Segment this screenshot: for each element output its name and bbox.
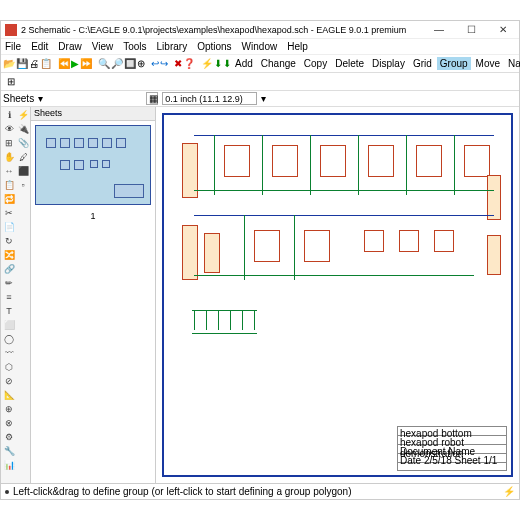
value-tool-icon[interactable]: 📊 (2, 458, 16, 472)
close-button[interactable]: ✕ (491, 24, 515, 35)
menu-view[interactable]: View (92, 41, 114, 52)
mark-tool-icon[interactable]: 🖊 (16, 150, 30, 164)
status-dot-icon (5, 490, 9, 494)
title-block: hexapod bottom hexapod robot demonstrati… (397, 426, 507, 471)
menu-draw[interactable]: Draw (58, 41, 81, 52)
help-icon[interactable]: ❓ (183, 56, 195, 71)
dimension-tool-icon[interactable]: 📐 (2, 388, 16, 402)
board-icon[interactable]: 📋 (40, 56, 52, 71)
polygon-tool-icon[interactable]: ⬡ (2, 360, 16, 374)
cmd-grid[interactable]: Grid (410, 57, 435, 70)
save-icon[interactable]: 💾 (16, 56, 28, 71)
menu-help[interactable]: Help (287, 41, 308, 52)
forward-icon[interactable]: ⏩ (80, 56, 92, 71)
main-toolbar: 📂 💾 🖨 📋 ⏪ ▶ ⏩ 🔍 🔎 🔲 ⊕ ↩ ↪ ✖ ❓ ⚡ ⬇ ⬇ Add … (1, 55, 519, 73)
cmd-move[interactable]: Move (473, 57, 503, 70)
back-icon[interactable]: ⏪ (58, 56, 70, 71)
titleblock-date: Date 2/5/18 Sheet 1/1 (398, 454, 506, 463)
change-tool-icon[interactable]: 🔀 (2, 248, 16, 262)
menu-tools[interactable]: Tools (123, 41, 146, 52)
open-icon[interactable]: 📂 (3, 56, 15, 71)
bus-tool-icon[interactable]: ≡ (2, 290, 16, 304)
mirror-tool-icon[interactable]: ↔ (2, 164, 16, 178)
zoom-fit-icon[interactable]: 🔲 (124, 56, 136, 71)
cmd-change[interactable]: Change (258, 57, 299, 70)
grid-icon[interactable]: ⊞ (3, 74, 18, 89)
paste-tool-icon[interactable]: 📄 (2, 220, 16, 234)
play-icon[interactable]: ▶ (71, 56, 79, 71)
titleblock-desc: hexapod robot demonstration (398, 436, 506, 445)
titleblock-docname: Document Name (398, 445, 506, 454)
grid-dropdown-icon[interactable]: ▾ (261, 93, 266, 104)
menu-edit[interactable]: Edit (31, 41, 48, 52)
cmd-copy[interactable]: Copy (301, 57, 330, 70)
add-tool-icon[interactable]: ⊕ (2, 402, 16, 416)
print-icon[interactable]: 🖨 (29, 56, 39, 71)
name-tool-icon[interactable]: 🔧 (2, 444, 16, 458)
zoom-in-icon[interactable]: 🔍 (98, 56, 110, 71)
wire-tool-icon[interactable]: ✏ (2, 276, 16, 290)
zoom-out-icon[interactable]: 🔎 (111, 56, 123, 71)
context-toolbar: Sheets ▾ ▦ ▾ (1, 91, 519, 107)
copy-tool-icon[interactable]: 📋 (2, 178, 16, 192)
maximize-button[interactable]: ☐ (459, 24, 483, 35)
info-tool-icon[interactable]: ℹ (2, 108, 16, 122)
schematic-canvas[interactable]: hexapod bottom hexapod robot demonstrati… (156, 107, 519, 483)
rotate-tool-icon[interactable]: 🔁 (2, 192, 16, 206)
status-bar: Left-click&drag to define group (or left… (1, 483, 519, 499)
grid-toggle-icon[interactable]: ▦ (146, 92, 158, 105)
display-tool-icon[interactable]: ⊞ (2, 136, 16, 150)
secondary-toolbar: ⊞ (1, 73, 519, 91)
cut-tool-icon[interactable]: ✂ (2, 206, 16, 220)
menu-file[interactable]: File (5, 41, 21, 52)
erc-icon[interactable]: ⚡ (201, 56, 213, 71)
app-icon (5, 24, 17, 36)
move-tool-icon[interactable]: ✋ (2, 150, 16, 164)
sheets-header: Sheets (31, 107, 155, 121)
group-tool-icon[interactable]: ↻ (2, 234, 16, 248)
down2-icon[interactable]: ⬇ (223, 56, 231, 71)
show-tool-icon[interactable]: 👁 (2, 122, 16, 136)
window-title: 2 Schematic - C:\EAGLE 9.0.1\projects\ex… (21, 25, 427, 35)
net-tool-icon[interactable]: 🔗 (2, 262, 16, 276)
smash-tool-icon[interactable]: ⚡ (16, 108, 30, 122)
status-indicator-icon: ⚡ (503, 486, 515, 497)
menu-library[interactable]: Library (157, 41, 188, 52)
sheet-number: 1 (31, 211, 155, 221)
sheets-panel: Sheets 1 (31, 107, 156, 483)
sheets-toggle[interactable]: Sheets (3, 93, 34, 104)
coord-input[interactable] (162, 92, 257, 105)
tool-palette: ℹ 👁 ⊞ ✋ ↔ 📋 🔁 ✂ 📄 ↻ 🔀 🔗 ✏ ≡ T ⬜ ◯ 〰 ⬡ ⊘ … (1, 107, 31, 483)
circle-tool-icon[interactable]: ◯ (2, 332, 16, 346)
sheets-dropdown-icon[interactable]: ▾ (38, 93, 43, 104)
redo-icon[interactable]: ↪ (160, 56, 168, 71)
label-tool-icon[interactable]: ▫ (16, 178, 30, 192)
undo-icon[interactable]: ↩ (151, 56, 159, 71)
cmd-display[interactable]: Display (369, 57, 408, 70)
rect-tool-icon[interactable]: ⬜ (2, 318, 16, 332)
menu-window[interactable]: Window (242, 41, 278, 52)
cmd-delete[interactable]: Delete (332, 57, 367, 70)
cancel-icon[interactable]: ✖ (174, 56, 182, 71)
text-tool-icon[interactable]: T (2, 304, 16, 318)
delete-tool-icon[interactable]: ⊘ (2, 374, 16, 388)
minimize-button[interactable]: — (427, 24, 451, 35)
cmd-group[interactable]: Group (437, 57, 471, 70)
pinswap-tool-icon[interactable]: 📎 (16, 136, 30, 150)
cmd-name[interactable]: Name (505, 57, 520, 70)
replace-tool-icon[interactable]: ⊗ (2, 416, 16, 430)
cmd-add[interactable]: Add (232, 57, 256, 70)
invoke-tool-icon[interactable]: 🔌 (16, 122, 30, 136)
titleblock-title: hexapod bottom (398, 427, 506, 436)
menu-options[interactable]: Options (197, 41, 231, 52)
zoom-select-icon[interactable]: ⊕ (137, 56, 145, 71)
down1-icon[interactable]: ⬇ (214, 56, 222, 71)
gate-tool-icon[interactable]: ⚙ (2, 430, 16, 444)
menu-bar: File Edit Draw View Tools Library Option… (1, 39, 519, 55)
sheet-thumbnail[interactable] (35, 125, 151, 205)
status-text: Left-click&drag to define group (or left… (13, 486, 352, 497)
arc-tool-icon[interactable]: 〰 (2, 346, 16, 360)
erc-tool-icon[interactable]: ⬛ (16, 164, 30, 178)
